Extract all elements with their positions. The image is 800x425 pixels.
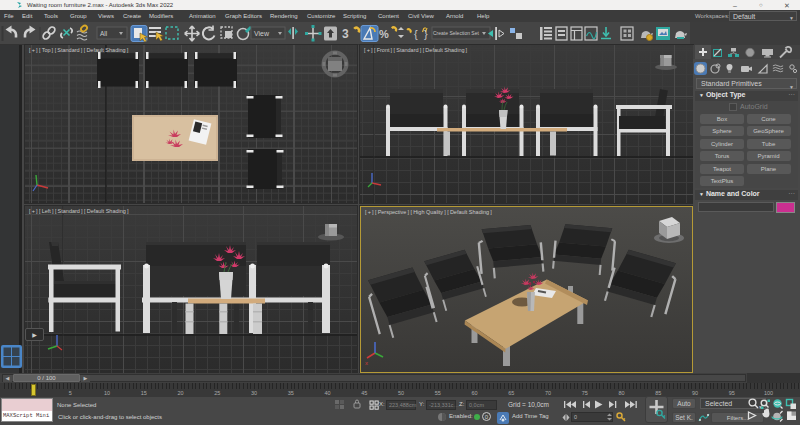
svg-text:}: } (424, 28, 428, 40)
svg-text:All: All (100, 30, 108, 37)
svg-text:x: x (365, 360, 368, 366)
svg-text:3: 3 (342, 27, 349, 41)
svg-text:Create Selection Set: Create Selection Set (433, 30, 479, 36)
svg-text:{: { (414, 28, 418, 40)
svg-text:%: % (379, 28, 389, 40)
svg-text:View: View (254, 30, 270, 37)
